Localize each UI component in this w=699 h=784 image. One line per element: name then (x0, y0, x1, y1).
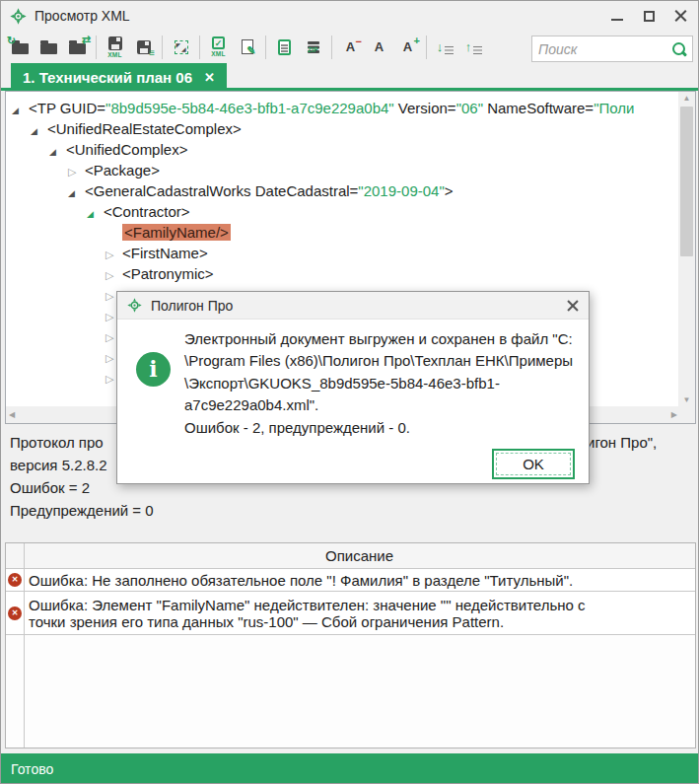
save-protocol-button[interactable]: ≡ (129, 34, 158, 61)
search-icon[interactable] (670, 40, 688, 58)
close-button[interactable] (664, 3, 696, 29)
xml-text: <Contractor> (104, 203, 190, 220)
tree-row[interactable]: <TP GUID="8b9d595e-5b84-46e3-bfb1-a7c9e2… (6, 98, 678, 118)
error-icon (8, 606, 22, 620)
polygon-pro-dialog: Полигон Про Электронный документ выгруже… (116, 291, 590, 484)
search-input[interactable] (532, 41, 670, 57)
window-title: Просмотр XML (35, 8, 130, 24)
xml-attr-value: "8b9d595e-5b84-46e3-bfb1-a7c9e229a0b4" (105, 100, 394, 116)
polygon-pro-logo-icon (127, 298, 142, 313)
protocol-line-4: Предупреждений = 0 (10, 499, 154, 522)
fit-to-window-button[interactable] (167, 34, 195, 61)
dialog-message: Электронный документ выгружен и сохранен… (184, 328, 581, 439)
xml-attr-value: "2019-09-04" (358, 182, 444, 199)
dialog-title: Полигон Про (151, 298, 233, 314)
expander-collapsed-icon[interactable] (105, 243, 122, 265)
tree-row[interactable]: <FirstName> (6, 243, 678, 263)
dialog-message-line: \Экспорт\GKUOKS_8b9d595e-5b84-46e3-bfb1- (184, 373, 581, 394)
font-default-button[interactable]: A (365, 34, 393, 61)
swap-arrows-icon: ⇄ (82, 35, 91, 45)
dialog-close-icon[interactable] (567, 300, 579, 312)
xml-text: <UnifiedRealEstateComplex> (47, 120, 242, 137)
protocol-button[interactable] (270, 34, 299, 61)
xml-text: <TP GUID= (29, 100, 105, 116)
font-increase-button[interactable]: A (393, 34, 422, 61)
vertical-scroll-thumb[interactable] (680, 107, 693, 256)
up-arrow-icon: ↑ (465, 40, 472, 53)
xml-text: <Patronymic> (122, 265, 214, 282)
scroll-down-icon[interactable]: ▼ (678, 395, 695, 404)
list-lines-icon (473, 46, 482, 48)
tree-row-selected[interactable]: <FamilyName/> (6, 222, 678, 243)
xml-attr-value: "Поли (594, 100, 634, 116)
zip-archive-button[interactable]: ZIP (299, 34, 327, 61)
refresh-arrow-icon: ↻ (7, 36, 16, 46)
expander-expanded-icon[interactable] (68, 180, 85, 204)
save-xml-button[interactable]: XML (101, 34, 129, 61)
info-icon (136, 352, 171, 387)
folder-icon (69, 43, 86, 54)
error-row[interactable]: Ошибка: Не заполнено обязательное поле "… (6, 569, 695, 592)
toolbar-separator (426, 36, 427, 59)
tab-close-icon[interactable] (204, 70, 215, 85)
toolbar-separator (331, 36, 332, 59)
toolbar-separator (96, 36, 97, 59)
error-row[interactable]: Ошибка: Элемент "FamilyName" недействите… (6, 592, 695, 635)
search-box (531, 36, 693, 62)
ok-button[interactable]: OK (492, 449, 575, 479)
maximize-button[interactable] (633, 3, 664, 29)
scroll-right-icon[interactable]: ▶ (671, 410, 677, 419)
scroll-left-icon[interactable]: ◀ (9, 410, 15, 419)
reopen-folder-button[interactable]: ⇄ (63, 34, 92, 61)
check-xml-button[interactable]: XML (204, 34, 233, 61)
open-folder-button[interactable] (35, 34, 63, 61)
xml-text: <FirstName> (122, 245, 208, 261)
pencil-icon: ✎ (246, 45, 255, 56)
tree-row[interactable]: <GeneralCadastralWorks DateCadastral="20… (6, 180, 678, 201)
scrollbar-corner (678, 406, 695, 423)
expander-collapsed-icon[interactable] (105, 263, 122, 286)
vertical-scrollbar[interactable]: ▲ ▼ (678, 92, 695, 406)
font-decrease-button[interactable]: A (336, 34, 365, 61)
list-lines-icon (445, 46, 454, 48)
close-icon (674, 10, 687, 23)
clipboard-icon (278, 39, 291, 55)
tree-row[interactable]: <UnifiedRealEstateComplex> (6, 118, 678, 139)
list-icon: ≡ (149, 48, 155, 58)
xml-text-highlighted: <FamilyName/> (122, 224, 231, 241)
table-header-description: Описание (6, 543, 695, 569)
expander-expanded-icon[interactable] (31, 118, 47, 142)
edit-xml-button[interactable]: ✎ (233, 34, 261, 61)
tree-row[interactable]: <Patronymic> (6, 263, 678, 284)
tab-technical-plan[interactable]: 1. Технический план 06 (11, 63, 227, 91)
tree-row[interactable]: <UnifiedComplex> (6, 139, 678, 160)
scroll-up-icon[interactable]: ▲ (678, 94, 695, 103)
expander-expanded-icon[interactable] (49, 139, 66, 163)
title-bar: Просмотр XML (1, 1, 699, 31)
expander-collapsed-icon[interactable] (68, 160, 85, 182)
xml-text: <UnifiedComplex> (66, 141, 187, 158)
dialog-message-line: Электронный документ выгружен и сохранен… (184, 328, 581, 350)
expand-all-button[interactable]: ↓ (431, 34, 459, 61)
error-text: Ошибка: Не заполнено обязательное поле "… (6, 571, 577, 590)
shrink-icon (175, 40, 188, 54)
dialog-message-line: \Program Files (x86)\Полигон Про\Техплан… (184, 350, 581, 372)
minimize-button[interactable] (601, 3, 633, 29)
protocol-line-1-right: игон Про", (587, 431, 657, 454)
error-text: Ошибка: Элемент "FamilyName" недействите… (6, 596, 615, 631)
folder-icon (40, 43, 57, 54)
xml-text: <GeneralCadastralWorks DateCadastral= (85, 182, 358, 199)
toolbar-separator (265, 36, 266, 59)
expander-expanded-icon[interactable] (87, 201, 104, 225)
down-arrow-icon: ↓ (437, 40, 444, 53)
zip-label: ZIP (308, 46, 318, 53)
disk-stack-icon (308, 41, 319, 44)
tree-row[interactable]: <Package> (6, 160, 678, 180)
open-xml-folder-button[interactable]: ↻ (6, 34, 35, 61)
collapse-all-button[interactable]: ↑ (459, 34, 488, 61)
tree-row[interactable]: <Contractor> (6, 201, 678, 222)
expander-expanded-icon[interactable] (12, 98, 29, 121)
xml-viewer-window: Просмотр XML ↻ ⇄ XML ≡ XML ✎ ZIP A A A ↓… (0, 0, 699, 784)
xml-label: XML (107, 51, 122, 58)
minimize-icon (611, 19, 623, 21)
